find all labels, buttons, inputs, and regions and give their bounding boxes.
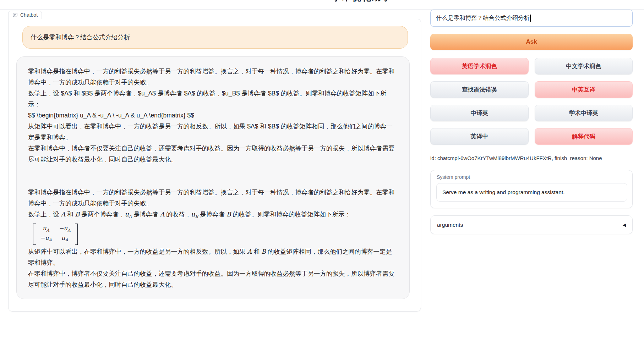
math-text: 的收益， [164, 211, 191, 218]
quick-button-grammar-check[interactable]: 查找语法错误 [430, 81, 529, 98]
quick-button-zh-en-translate[interactable]: 中英互译 [535, 81, 633, 98]
quick-button-zh-to-en[interactable]: 中译英 [430, 105, 529, 121]
quick-button-chinese-polish[interactable]: 中文学术润色 [535, 58, 633, 75]
bot-raw-paragraph-3: 从矩阵中可以看出，在零和博弈中，一方的收益是另一方的相反数。所以，如果 $A$ … [28, 121, 398, 143]
question-input[interactable]: 什么是零和博弈？结合公式介绍分析 [430, 10, 633, 27]
question-input-value: 什么是零和博弈？结合公式介绍分析 [436, 14, 530, 22]
bot-message-gap [28, 165, 398, 187]
system-prompt-value: Serve me as a writing and programming as… [442, 189, 565, 196]
chatbot-panel: 什么是零和博弈？结合公式介绍分析 零和博弈是指在博弈中，一方的利益损失必然等于另… [8, 19, 421, 312]
user-message-bubble: 什么是零和博弈？结合公式介绍分析 [22, 26, 408, 49]
matrix-cell: uA [40, 225, 52, 234]
system-prompt-label: System prompt [437, 174, 470, 180]
bot-rendered-matrix: uA −uA −uA uA [28, 222, 398, 246]
ask-button[interactable]: Ask [430, 34, 633, 50]
math-text: 和 [65, 211, 75, 218]
bot-raw-paragraph-4: 在零和博弈中，博弈者不仅要关注自己的收益，还需要考虑对手的收益。因为一方取得的收… [28, 143, 398, 165]
page-title-clipped: 学术优化助手 [312, 0, 412, 3]
math-var: A [61, 211, 65, 218]
ask-button-label: Ask [526, 38, 537, 45]
math-text: 是博弈者 [198, 211, 227, 218]
page-title-text: 学术优化助手 [312, 0, 412, 2]
math-var: u [191, 211, 195, 218]
math-var: B [227, 211, 231, 218]
math-text: 和 [252, 248, 261, 255]
bot-message-bubble: 零和博弈是指在博弈中，一方的利益损失必然等于另一方的利益增益。换言之，对于每一种… [16, 56, 410, 299]
quick-button-explain-code[interactable]: 解释代码 [535, 128, 633, 145]
bot-raw-paragraph-2: 数学上，设 $A$ 和 $B$ 是两个博弈者，$u_A$ 是博弈者 $A$ 的收… [28, 88, 398, 110]
math-var: u [125, 211, 129, 218]
system-prompt-panel: System prompt Serve me as a writing and … [430, 170, 633, 208]
matrix-cell: −uA [59, 225, 71, 234]
collapse-arrow-icon: ◀ [623, 222, 626, 227]
quick-button-en-to-zh[interactable]: 英译中 [430, 128, 529, 145]
math-subscript: B [195, 214, 198, 219]
matrix-cell: uA [59, 234, 71, 244]
quick-button-academic-zh-to-en[interactable]: 学术中译英 [535, 105, 633, 121]
system-prompt-input[interactable]: Serve me as a writing and programming as… [436, 183, 627, 202]
quick-action-grid: 英语学术润色 中文学术润色 查找语法错误 中英互译 中译英 学术中译英 英译中 … [430, 58, 633, 145]
matrix-cell: −uA [40, 234, 52, 244]
bot-rendered-paragraph-1: 零和博弈是指在博弈中，一方的利益损失必然等于另一方的利益增益。换言之，对于每一种… [28, 187, 398, 209]
bot-rendered-paragraph-4: 在零和博弈中，博弈者不仅要关注自己的收益，还需要考虑对手的收益。因为一方取得的收… [28, 268, 398, 290]
text-cursor [530, 15, 531, 22]
arguments-accordion[interactable]: arguments ◀ [430, 215, 633, 234]
math-text: 是博弈者 [132, 211, 160, 218]
bot-rendered-math-line: 数学上，设 A 和 B 是两个博弈者，uA 是博弈者 A 的收益，uB 是博弈者… [28, 209, 398, 222]
math-text: 从矩阵中可以看出，在零和博弈中，一方的收益是另一方的相反数。所以，如果 [28, 248, 247, 255]
math-text: 是两个博弈者， [80, 211, 125, 218]
user-message-text: 什么是零和博弈？结合公式介绍分析 [31, 33, 130, 42]
math-var: B [75, 211, 80, 218]
arguments-label: arguments [437, 222, 463, 228]
chatbot-label-tab: Chatbot [8, 11, 42, 19]
math-var: A [247, 248, 252, 255]
math-subscript: A [129, 214, 132, 219]
bot-raw-paragraph-1: 零和博弈是指在博弈中，一方的利益损失必然等于另一方的利益增益。换言之，对于每一种… [28, 66, 398, 88]
chatbot-label: Chatbot [20, 12, 38, 18]
matrix-right-bracket [75, 224, 78, 245]
math-var: A [160, 211, 165, 218]
bot-rendered-paragraph-3: 从矩阵中可以看出，在零和博弈中，一方的收益是另一方的相反数。所以，如果 A 和 … [28, 246, 398, 268]
matrix-left-bracket [33, 224, 36, 245]
chat-bubble-icon [12, 12, 18, 18]
response-meta-line: id: chatcmpl-6wOo7KrYTwMl89lbrMWRu4UkFFX… [430, 155, 633, 161]
math-text: 的收益。则零和博弈的收益矩阵如下所示： [231, 211, 351, 218]
quick-button-english-polish[interactable]: 英语学术润色 [430, 58, 529, 75]
math-var: B [261, 248, 266, 255]
app-root: 学术优化助手 Chatbot 什么是零和博弈？结合公式介绍分析 零和博弈是指在博… [0, 0, 644, 341]
bot-raw-formula: $$ \begin{bmatrix} u_A & -u_A \ -u_A & u… [28, 110, 398, 121]
math-text: 数学上，设 [28, 211, 61, 218]
